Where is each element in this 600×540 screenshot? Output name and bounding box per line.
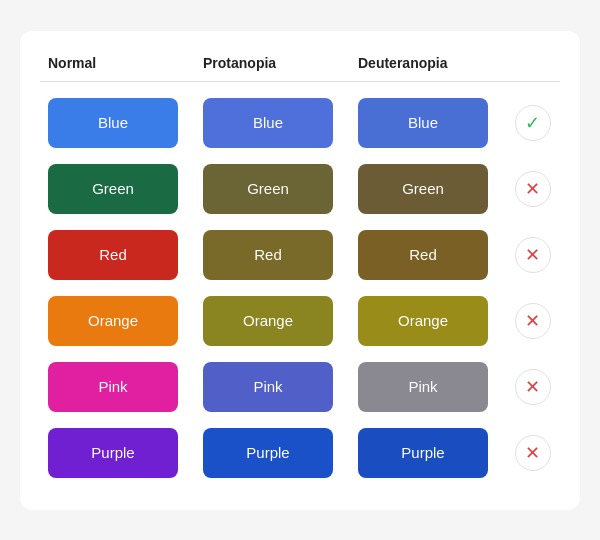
status-icon-4: ✕ — [515, 369, 551, 405]
proto-btn-4[interactable]: Pink — [203, 362, 333, 412]
deuter-btn-5[interactable]: Purple — [358, 428, 488, 478]
normal-cell-3: Orange — [40, 296, 195, 346]
status-cell-0: ✓ — [505, 105, 560, 141]
table-row: Purple Purple Purple ✕ — [40, 420, 560, 486]
status-icon-1: ✕ — [515, 171, 551, 207]
proto-btn-1[interactable]: Green — [203, 164, 333, 214]
deuter-cell-4: Pink — [350, 362, 505, 412]
table-row: Green Green Green ✕ — [40, 156, 560, 222]
status-cell-5: ✕ — [505, 435, 560, 471]
status-cell-4: ✕ — [505, 369, 560, 405]
deuter-cell-1: Green — [350, 164, 505, 214]
cross-icon: ✕ — [525, 442, 540, 464]
deuter-cell-3: Orange — [350, 296, 505, 346]
deuter-cell-0: Blue — [350, 98, 505, 148]
main-container: Normal Protanopia Deuteranopia Blue Blue… — [20, 31, 580, 510]
proto-cell-2: Red — [195, 230, 350, 280]
proto-btn-0[interactable]: Blue — [203, 98, 333, 148]
table-row: Blue Blue Blue ✓ — [40, 90, 560, 156]
proto-btn-2[interactable]: Red — [203, 230, 333, 280]
table-row: Red Red Red ✕ — [40, 222, 560, 288]
deuter-btn-2[interactable]: Red — [358, 230, 488, 280]
normal-cell-1: Green — [40, 164, 195, 214]
proto-cell-5: Purple — [195, 428, 350, 478]
normal-btn-1[interactable]: Green — [48, 164, 178, 214]
proto-cell-3: Orange — [195, 296, 350, 346]
proto-cell-0: Blue — [195, 98, 350, 148]
proto-btn-5[interactable]: Purple — [203, 428, 333, 478]
header-protanopia: Protanopia — [195, 55, 350, 71]
status-icon-5: ✕ — [515, 435, 551, 471]
deuter-btn-1[interactable]: Green — [358, 164, 488, 214]
table-row: Orange Orange Orange ✕ — [40, 288, 560, 354]
normal-cell-4: Pink — [40, 362, 195, 412]
status-icon-2: ✕ — [515, 237, 551, 273]
normal-btn-5[interactable]: Purple — [48, 428, 178, 478]
normal-cell-5: Purple — [40, 428, 195, 478]
normal-cell-0: Blue — [40, 98, 195, 148]
status-cell-2: ✕ — [505, 237, 560, 273]
status-cell-3: ✕ — [505, 303, 560, 339]
normal-btn-4[interactable]: Pink — [48, 362, 178, 412]
table-row: Pink Pink Pink ✕ — [40, 354, 560, 420]
deuter-cell-5: Purple — [350, 428, 505, 478]
rows-container: Blue Blue Blue ✓ Green Green Green — [40, 90, 560, 486]
normal-btn-2[interactable]: Red — [48, 230, 178, 280]
cross-icon: ✕ — [525, 244, 540, 266]
cross-icon: ✕ — [525, 376, 540, 398]
normal-cell-2: Red — [40, 230, 195, 280]
header-row: Normal Protanopia Deuteranopia — [40, 55, 560, 82]
deuter-btn-3[interactable]: Orange — [358, 296, 488, 346]
cross-icon: ✕ — [525, 310, 540, 332]
status-icon-3: ✕ — [515, 303, 551, 339]
proto-cell-4: Pink — [195, 362, 350, 412]
proto-btn-3[interactable]: Orange — [203, 296, 333, 346]
header-deuteranopia: Deuteranopia — [350, 55, 505, 71]
normal-btn-0[interactable]: Blue — [48, 98, 178, 148]
status-cell-1: ✕ — [505, 171, 560, 207]
normal-btn-3[interactable]: Orange — [48, 296, 178, 346]
status-icon-0: ✓ — [515, 105, 551, 141]
deuter-btn-0[interactable]: Blue — [358, 98, 488, 148]
deuter-cell-2: Red — [350, 230, 505, 280]
check-icon: ✓ — [525, 112, 540, 134]
deuter-btn-4[interactable]: Pink — [358, 362, 488, 412]
header-normal: Normal — [40, 55, 195, 71]
proto-cell-1: Green — [195, 164, 350, 214]
cross-icon: ✕ — [525, 178, 540, 200]
